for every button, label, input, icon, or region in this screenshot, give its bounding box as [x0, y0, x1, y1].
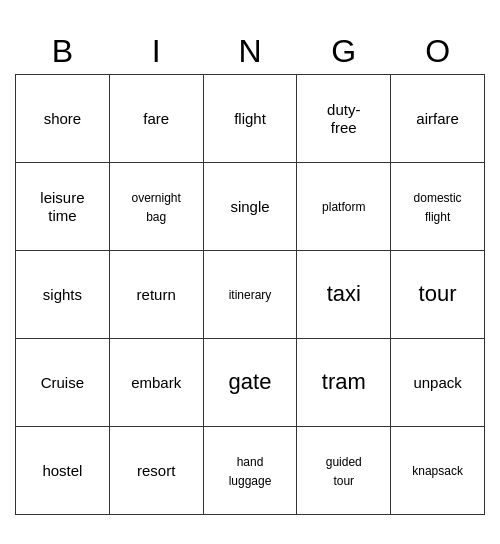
bingo-cell: tour: [391, 251, 485, 339]
cell-label: overnightbag: [132, 191, 181, 224]
bingo-letter: N: [203, 29, 297, 75]
bingo-cell: return: [109, 251, 203, 339]
cell-label: handluggage: [229, 455, 272, 488]
bingo-row: sightsreturnitinerarytaxitour: [16, 251, 485, 339]
bingo-row: Cruiseembarkgatetramunpack: [16, 339, 485, 427]
bingo-cell: fare: [109, 75, 203, 163]
cell-label: taxi: [327, 281, 361, 306]
bingo-cell: hostel: [16, 427, 110, 515]
cell-label: duty-free: [327, 101, 360, 136]
bingo-letter: I: [109, 29, 203, 75]
cell-label: leisuretime: [40, 189, 84, 224]
bingo-cell: overnightbag: [109, 163, 203, 251]
cell-label: airfare: [416, 110, 459, 127]
bingo-cell: itinerary: [203, 251, 297, 339]
bingo-header: BINGO: [16, 29, 485, 75]
bingo-cell: flight: [203, 75, 297, 163]
cell-label: tour: [419, 281, 457, 306]
cell-label: knapsack: [412, 464, 463, 478]
bingo-letter: O: [391, 29, 485, 75]
bingo-cell: duty-free: [297, 75, 391, 163]
cell-label: unpack: [413, 374, 461, 391]
bingo-row: leisuretimeovernightbagsingleplatformdom…: [16, 163, 485, 251]
bingo-cell: unpack: [391, 339, 485, 427]
cell-label: sights: [43, 286, 82, 303]
bingo-row: hostelresorthandluggageguidedtourknapsac…: [16, 427, 485, 515]
cell-label: shore: [44, 110, 82, 127]
cell-label: tram: [322, 369, 366, 394]
cell-label: embark: [131, 374, 181, 391]
cell-label: resort: [137, 462, 175, 479]
bingo-letter: G: [297, 29, 391, 75]
bingo-letter: B: [16, 29, 110, 75]
bingo-cell: resort: [109, 427, 203, 515]
cell-label: hostel: [42, 462, 82, 479]
bingo-cell: domesticflight: [391, 163, 485, 251]
bingo-cell: Cruise: [16, 339, 110, 427]
cell-label: fare: [143, 110, 169, 127]
cell-label: domesticflight: [414, 191, 462, 224]
bingo-cell: tram: [297, 339, 391, 427]
bingo-card: BINGO shorefareflightduty-freeairfarelei…: [15, 29, 485, 515]
cell-label: itinerary: [229, 288, 272, 302]
bingo-cell: platform: [297, 163, 391, 251]
cell-label: single: [230, 198, 269, 215]
bingo-cell: single: [203, 163, 297, 251]
cell-label: return: [137, 286, 176, 303]
cell-label: gate: [229, 369, 272, 394]
cell-label: guidedtour: [326, 455, 362, 488]
cell-label: platform: [322, 200, 365, 214]
cell-label: flight: [234, 110, 266, 127]
bingo-cell: gate: [203, 339, 297, 427]
bingo-cell: guidedtour: [297, 427, 391, 515]
bingo-cell: handluggage: [203, 427, 297, 515]
bingo-row: shorefareflightduty-freeairfare: [16, 75, 485, 163]
bingo-cell: airfare: [391, 75, 485, 163]
bingo-cell: taxi: [297, 251, 391, 339]
bingo-cell: sights: [16, 251, 110, 339]
bingo-cell: leisuretime: [16, 163, 110, 251]
bingo-cell: knapsack: [391, 427, 485, 515]
cell-label: Cruise: [41, 374, 84, 391]
bingo-cell: embark: [109, 339, 203, 427]
bingo-cell: shore: [16, 75, 110, 163]
